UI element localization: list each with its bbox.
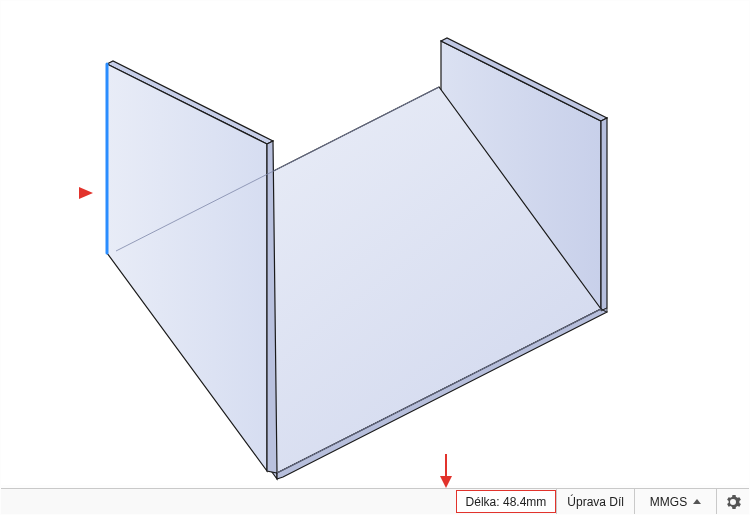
sheet-metal-part <box>1 1 749 485</box>
status-length: Délka: 48.4mm <box>456 490 557 513</box>
right-flange-front-edge <box>601 118 607 311</box>
model-viewport[interactable] <box>1 1 749 485</box>
status-units-label: MMGS <box>650 495 687 509</box>
status-edit-mode[interactable]: Úprava Díl <box>556 489 634 514</box>
gear-icon <box>725 494 741 510</box>
callout-arrow-status-head <box>440 476 452 488</box>
status-spacer <box>1 489 456 514</box>
status-units[interactable]: MMGS <box>634 489 716 514</box>
chevron-up-icon <box>693 499 701 504</box>
callout-arrow-status-line <box>445 454 447 478</box>
status-settings[interactable] <box>716 489 749 514</box>
status-bar: Délka: 48.4mm Úprava Díl MMGS <box>1 488 749 514</box>
left-flange-outer-face <box>107 64 267 471</box>
callout-arrow-edge <box>79 187 93 199</box>
